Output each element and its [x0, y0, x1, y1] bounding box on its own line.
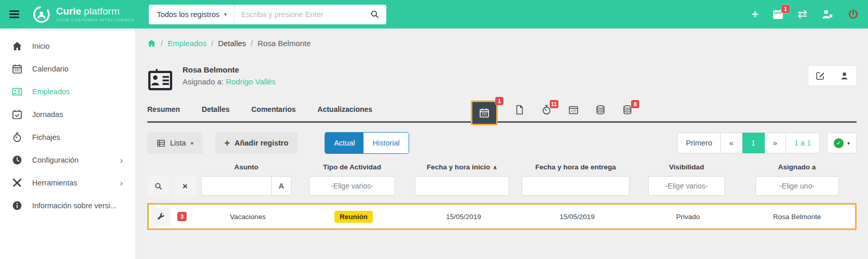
row-actions-button[interactable]	[151, 207, 171, 226]
filter-inicio-input[interactable]	[415, 176, 509, 196]
logout-button[interactable]	[848, 9, 859, 20]
calendar-badge: 1	[781, 5, 790, 13]
id-card-icon	[11, 86, 23, 97]
filter-asignado-select[interactable]: -Elige uno-	[755, 176, 839, 196]
tab-resumen[interactable]: Resumen	[147, 105, 180, 121]
tools-icon	[11, 177, 23, 189]
user-settings-button[interactable]	[821, 9, 834, 20]
record-tabs: Resumen Detalles Comentarios Actualizaci…	[147, 100, 857, 123]
view-user-button[interactable]	[832, 66, 856, 85]
col-header-asunto[interactable]: Asunto	[197, 163, 296, 171]
sidebar-item-empleados[interactable]: Empleados	[0, 80, 135, 103]
pagination: Primero « 1 » 1 a 1	[677, 133, 820, 153]
tab-detalles[interactable]: Detalles	[202, 105, 230, 121]
assigned-to-link[interactable]: Rodrigo Vallés	[226, 77, 275, 86]
sidebar: Inicio Calendario Empleados Jornadas Fic…	[0, 28, 136, 259]
calendar-check-icon	[11, 109, 23, 120]
person-icon	[840, 71, 849, 80]
sidebar-item-fichajes[interactable]: Fichajes	[0, 126, 135, 149]
filter-tipo-select[interactable]: -Elige varios-	[309, 176, 395, 196]
filter-visibilidad-select[interactable]: -Elige varios-	[648, 176, 725, 196]
menu-button[interactable]	[9, 9, 23, 20]
transfer-arrows-icon: ⇄	[797, 8, 807, 20]
tab-activities-calendar[interactable]	[472, 102, 496, 124]
breadcrumb-separator: /	[211, 39, 213, 48]
breadcrumb-empleados[interactable]: Empleados	[167, 39, 206, 48]
sidebar-item-herramientas[interactable]: Herramientas ›	[0, 171, 135, 194]
record-assigned: Asignado a: Rodrigo Vallés	[183, 77, 276, 86]
breadcrumb-record: Rosa Belmonte	[258, 39, 311, 48]
pagination-page-1[interactable]: 1	[743, 133, 765, 153]
top-actions: + 1 ⇄	[752, 8, 859, 20]
breadcrumb-detalles: Detalles	[218, 39, 246, 48]
table-filter-row: × A -Elige varios- -Elige varios- -Elige…	[147, 176, 857, 196]
sidebar-item-informacion[interactable]: Información sobre versi...	[0, 194, 135, 217]
list-view-dropdown[interactable]: Lista ▾	[147, 132, 203, 154]
global-search-input[interactable]	[235, 10, 363, 19]
sidebar-item-label: Fichajes	[32, 133, 60, 141]
list-icon	[157, 139, 165, 148]
calendar-notifications-button[interactable]: 1	[773, 9, 783, 20]
transfer-button[interactable]: ⇄	[797, 8, 807, 20]
search-scope-dropdown[interactable]: Todos los registros ▾	[149, 5, 235, 24]
edit-record-button[interactable]	[808, 66, 832, 85]
pagination-prev[interactable]: «	[721, 133, 742, 153]
col-header-inicio[interactable]: Fecha y hora inicio∧	[409, 163, 515, 171]
chevron-right-icon: ›	[120, 156, 123, 165]
status-filter-dropdown[interactable]: ✓ ▾	[827, 133, 857, 153]
filter-asunto-input[interactable]	[202, 177, 271, 195]
tab-related-db[interactable]: 8	[622, 105, 633, 121]
pagination-next[interactable]: »	[765, 133, 786, 153]
curie-logo-icon	[32, 5, 51, 24]
sidebar-item-label: Herramientas	[32, 179, 77, 187]
col-header-entrega[interactable]: Fecha y hora de entrega	[515, 163, 636, 171]
sort-asc-icon: ∧	[493, 164, 497, 170]
tab-timer-badge: 11	[550, 100, 559, 108]
tab-history-timer[interactable]: 11	[541, 105, 552, 121]
search-icon	[370, 10, 379, 19]
tab-comentarios[interactable]: Comentarios	[251, 105, 296, 121]
sidebar-item-label: Configuración	[32, 156, 78, 164]
database-icon	[595, 105, 606, 115]
tab-db-badge: 8	[631, 100, 639, 108]
tab-daily-calendar[interactable]: 27	[568, 105, 579, 121]
user-gear-icon	[821, 9, 834, 20]
quick-add-button[interactable]: +	[752, 9, 759, 20]
edit-icon	[816, 71, 825, 80]
filter-search-button[interactable]	[147, 176, 169, 196]
pagination-first[interactable]: Primero	[677, 133, 721, 153]
tab-actualizaciones[interactable]: Actualizaciones	[317, 105, 372, 121]
breadcrumb-home-icon[interactable]	[147, 39, 156, 48]
info-icon	[11, 200, 23, 211]
sidebar-item-calendario[interactable]: Calendario	[0, 57, 135, 80]
toggle-actual[interactable]: Actual	[325, 133, 363, 153]
caret-down-icon: ▾	[224, 11, 227, 17]
sidebar-item-jornadas[interactable]: Jornadas	[0, 103, 135, 126]
icon-tabs: 1 11 27	[471, 100, 633, 121]
search-submit-button[interactable]	[363, 10, 386, 19]
col-header-visibilidad[interactable]: Visibilidad	[636, 163, 737, 171]
stopwatch-icon	[11, 132, 23, 143]
table-row[interactable]: 3 Vacaciones Reunión 15/05/2019 15/05/20…	[147, 203, 857, 230]
cell-inicio: 15/05/2019	[410, 213, 517, 221]
global-search-bar: Todos los registros ▾	[149, 5, 386, 24]
add-record-button[interactable]: + Añadir registro	[215, 132, 298, 154]
toggle-historial[interactable]: Historial	[363, 133, 408, 153]
sidebar-item-inicio[interactable]: Inicio	[0, 35, 135, 57]
curie-app: Curie platform YOUR CUSTOMER INTELLIGENC…	[0, 0, 868, 259]
row-count-badge: 3	[177, 212, 187, 221]
wrench-icon	[157, 212, 165, 221]
brand-tagline: YOUR CUSTOMER INTELLIGENCE	[56, 18, 134, 22]
filter-clear-button[interactable]: ×	[174, 176, 196, 196]
tab-documents[interactable]	[514, 105, 525, 121]
col-header-asignado[interactable]: Asignado a	[737, 163, 857, 171]
tab-records-db[interactable]	[595, 105, 606, 121]
main-content: / Empleados / Detalles / Rosa Belmonte R…	[136, 28, 868, 259]
record-name: Rosa Belmonte	[183, 65, 276, 74]
col-header-tipo[interactable]: Tipo de Actividad	[296, 163, 409, 171]
filter-entrega-input[interactable]	[522, 176, 629, 196]
filter-asunto-mode[interactable]: A	[271, 177, 291, 195]
breadcrumb-separator: /	[251, 39, 253, 48]
app-logo[interactable]: Curie platform YOUR CUSTOMER INTELLIGENC…	[32, 5, 134, 24]
sidebar-item-configuracion[interactable]: Configuración ›	[0, 149, 135, 171]
